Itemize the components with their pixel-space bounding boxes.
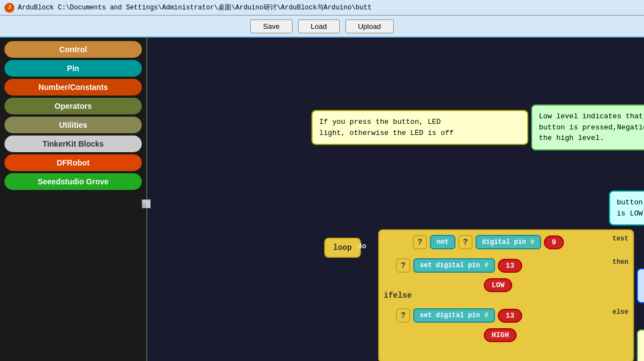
sidebar-item-utilities[interactable]: Utilities bbox=[4, 117, 142, 133]
low-block[interactable]: LOW bbox=[484, 278, 512, 292]
load-button[interactable]: Load bbox=[298, 19, 340, 33]
sidebar-item-pin[interactable]: Pin bbox=[4, 60, 142, 77]
tooltip-led-high: LED is off,13 pin is HIGH level. bbox=[637, 329, 644, 361]
label-then: then bbox=[612, 258, 628, 266]
tooltip-main-text: If you press the button, LED light, othe… bbox=[319, 118, 454, 137]
set-digital-pin-then[interactable]: set digital pin # bbox=[413, 258, 495, 273]
condition-row: ? not ? digital pin # 9 bbox=[413, 235, 564, 249]
hash-label-then: # bbox=[484, 262, 488, 269]
java-icon: J bbox=[4, 3, 14, 13]
sidebar: Control Pin Number/Constants Operators U… bbox=[0, 38, 147, 361]
title-text: ArduBlock C:\Documents and Settings\Admi… bbox=[18, 3, 371, 12]
block-loop[interactable]: loop bbox=[324, 238, 361, 258]
else-row: ? set digital pin # 13 bbox=[396, 308, 522, 323]
qmark-then[interactable]: ? bbox=[396, 258, 410, 273]
label-test: test bbox=[612, 235, 628, 243]
connector-lines bbox=[147, 38, 314, 121]
label-else: else bbox=[612, 308, 628, 316]
tooltip-main: If you press the button, LED light, othe… bbox=[311, 110, 528, 145]
sidebar-item-control[interactable]: Control bbox=[4, 41, 142, 58]
hash-label: # bbox=[531, 238, 534, 246]
not-block[interactable]: not bbox=[430, 235, 455, 249]
qmark-else[interactable]: ? bbox=[396, 308, 410, 323]
upload-button[interactable]: Upload bbox=[345, 19, 394, 33]
toolbar: Save Load Upload bbox=[0, 16, 644, 38]
ifelse-label: ifelse bbox=[384, 291, 412, 300]
high-block[interactable]: HIGH bbox=[484, 328, 517, 342]
sidebar-item-tinkerkit[interactable]: TinkerKit Blocks bbox=[4, 136, 142, 152]
canvas-area[interactable]: If you press the button, LED light, othe… bbox=[147, 38, 644, 361]
qmark-digital[interactable]: ? bbox=[458, 235, 473, 249]
sidebar-item-operators[interactable]: Operators bbox=[4, 98, 142, 114]
tooltip-button-9pin: button is pressed,9 pin is LOW level. bbox=[609, 190, 644, 225]
sidebar-item-dfrobot[interactable]: DFRobot bbox=[4, 154, 142, 171]
pin13-else-block[interactable]: 13 bbox=[498, 309, 522, 323]
loop-label: loop bbox=[333, 243, 352, 252]
hash-label-else: # bbox=[484, 312, 488, 319]
save-button[interactable]: Save bbox=[250, 19, 293, 33]
minimize-icon[interactable]: □ bbox=[142, 203, 146, 209]
main-layout: Control Pin Number/Constants Operators U… bbox=[0, 38, 644, 361]
tooltip-low-level: Low level indicates that the button is p… bbox=[531, 104, 644, 151]
pin9-block[interactable]: 9 bbox=[544, 235, 564, 249]
sidebar-item-number[interactable]: Number/Constants bbox=[4, 79, 142, 96]
qmark-test[interactable]: ? bbox=[413, 235, 427, 249]
pin13-then-block[interactable]: 13 bbox=[498, 259, 522, 273]
tooltip-low-level-text: Low level indicates that the button is p… bbox=[539, 112, 644, 142]
sidebar-item-seeedstudio[interactable]: Seeedstudio Grove bbox=[4, 173, 142, 190]
tooltip-9pin-text: button is pressed,9 pin is LOW level. bbox=[617, 198, 644, 218]
label-do: do bbox=[358, 242, 366, 250]
block-ifelse-outer[interactable]: test ? not ? digital pin # 9 then bbox=[378, 229, 634, 361]
tooltip-led-low: LED is light,13 pin is LOW level. bbox=[637, 268, 644, 303]
set-digital-pin-else[interactable]: set digital pin # bbox=[413, 308, 495, 323]
title-bar: J ArduBlock C:\Documents and Settings\Ad… bbox=[0, 0, 644, 16]
resize-handle[interactable]: □ bbox=[142, 199, 151, 208]
then-row: ? set digital pin # 13 bbox=[396, 258, 522, 273]
digital-pin-block[interactable]: digital pin # bbox=[475, 235, 541, 249]
